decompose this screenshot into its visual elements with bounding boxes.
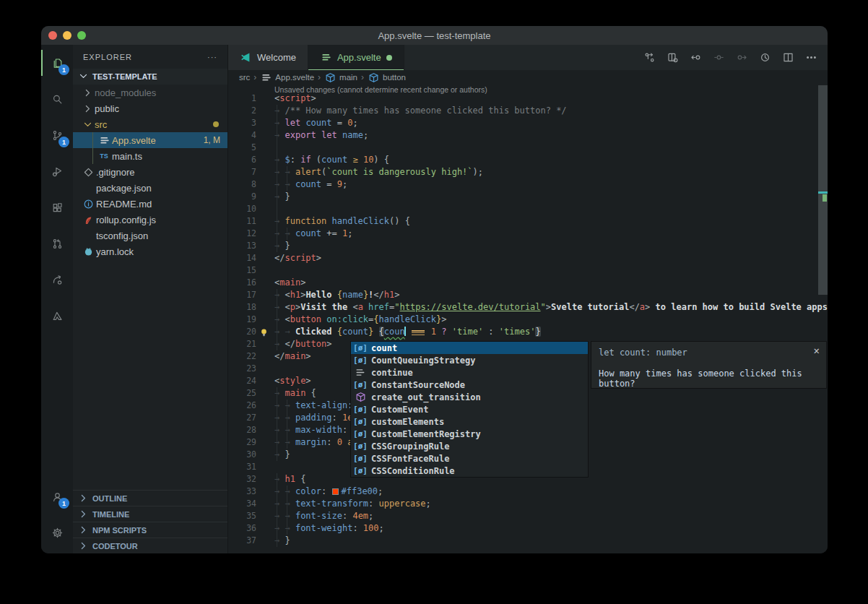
suggestion-cssgroupingrule[interactable]: [ø]CSSGroupingRule: [351, 440, 588, 452]
line-number: 33: [228, 486, 256, 498]
activity-explorer-icon[interactable]: 1: [41, 45, 73, 81]
chevron-down-icon: [82, 118, 94, 131]
timeline-clock-icon[interactable]: [759, 51, 771, 64]
more-actions-icon[interactable]: [805, 51, 817, 64]
sidebar-section-outline[interactable]: OUTLINE: [73, 490, 227, 506]
code-line-34[interactable]: 34→ → text-transform: uppercase;: [228, 498, 818, 510]
minimize-window-button[interactable]: [63, 31, 71, 40]
code-line-36[interactable]: 36→ → font-weight: 100;: [228, 522, 818, 535]
line-number: 31: [228, 461, 256, 473]
breadcrumb-item-app-svelte[interactable]: App.svelte: [260, 72, 314, 84]
code-editor[interactable]: Unsaved changes (cannot determine recent…: [228, 85, 828, 553]
breadcrumb-item-button[interactable]: button: [368, 72, 406, 84]
code-line-33[interactable]: 33→ → color: #ff3e00;: [228, 486, 818, 498]
rollup-icon: [82, 214, 95, 226]
activity-live-share-icon[interactable]: [41, 262, 73, 298]
settings-gear-icon: [51, 527, 64, 539]
file-row-package-json[interactable]: package.json: [73, 180, 227, 196]
code-line-2[interactable]: 2→ /** How many times has someone clicke…: [228, 105, 818, 117]
code-line-11[interactable]: 11→ function handleClick() {: [228, 215, 818, 228]
file-row-src[interactable]: src: [73, 116, 227, 132]
line-number: 13: [228, 240, 256, 252]
gitignore-diamond-icon: [82, 166, 95, 178]
sidebar-more-actions-button[interactable]: ···: [207, 53, 217, 61]
code-line-12[interactable]: 12→ → count += 1;: [228, 228, 818, 240]
file-label: package.json: [96, 183, 152, 194]
suggestion-customelements[interactable]: [ø]customElements: [351, 415, 588, 428]
activity-azure-icon[interactable]: [41, 298, 73, 334]
navigate-forward-icon[interactable]: [736, 51, 748, 64]
suggestion-create_out_transition[interactable]: create_out_transition: [351, 391, 588, 403]
code-line-14[interactable]: 14</script>: [228, 252, 818, 264]
suggestion-count[interactable]: [ø]count: [351, 342, 588, 354]
file-row-readme-md[interactable]: README.md: [73, 196, 227, 212]
tab-app-svelte[interactable]: App.svelte: [308, 45, 404, 70]
open-preview-icon[interactable]: [667, 51, 679, 64]
activity-source-control-icon[interactable]: 1: [41, 117, 73, 153]
line-number: 24: [228, 375, 256, 387]
sidebar-section-codetour[interactable]: CODETOUR: [73, 538, 227, 553]
suggest-docs-description: How many times has someone clicked this …: [599, 368, 819, 389]
activity-github-pr-icon[interactable]: [41, 225, 73, 262]
editor-scrollbar[interactable]: [818, 85, 828, 553]
file-row-app-svelte[interactable]: App.svelte1, M: [73, 132, 227, 148]
code-line-35[interactable]: 35→ → font-size: 4em;: [228, 510, 818, 522]
file-row-yarn-lock[interactable]: yarn.lock: [73, 243, 227, 259]
scrollbar-slider[interactable]: [818, 85, 828, 295]
tab-welcome[interactable]: Welcome: [228, 45, 308, 70]
project-root-row[interactable]: TEST-TEMPLATE: [73, 69, 227, 85]
file-row-public[interactable]: public: [73, 100, 227, 116]
code-line-16[interactable]: 16<main>: [228, 277, 818, 289]
symbol-element-icon: [324, 72, 337, 84]
suggestion-customelementregistry[interactable]: [ø]CustomElementRegistry: [351, 428, 588, 440]
close-window-button[interactable]: [48, 31, 57, 40]
suggestion-countqueuingstrategy[interactable]: [ø]CountQueuingStrategy: [351, 354, 588, 366]
code-line-20[interactable]: 20→ → Clicked {count} {coun === 1 ? 'tim…: [228, 326, 818, 338]
activity-account-icon[interactable]: 1: [41, 478, 73, 514]
file-row-main-ts[interactable]: TSmain.ts: [73, 148, 227, 164]
navigate-position-icon[interactable]: [713, 51, 725, 64]
code-line-6[interactable]: 6→ $: if (count ≥ 10) {: [228, 154, 818, 166]
sidebar-section-npm-scripts[interactable]: NPM SCRIPTS: [73, 522, 227, 538]
code-line-7[interactable]: 7→ → alert(`count is dangerously high!`)…: [228, 166, 818, 178]
breadcrumb-item-main[interactable]: main: [324, 72, 357, 84]
activity-run-debug-icon[interactable]: [41, 153, 73, 189]
file-row-node-modules[interactable]: node_modules: [73, 85, 227, 100]
code-line-19[interactable]: 19→ <button on:click={handleClick}>: [228, 314, 818, 326]
code-line-8[interactable]: 8→ → count = 9;: [228, 178, 818, 191]
code-line-17[interactable]: 17→ <h1>Hello {name}!</h1>: [228, 289, 818, 301]
suggestion-continue[interactable]: continue: [351, 366, 588, 379]
file-row-tsconfig-json[interactable]: tsconfig.json: [73, 228, 227, 243]
activity-search-icon[interactable]: [41, 81, 73, 117]
activity-extensions-icon[interactable]: [41, 189, 73, 225]
line-number: 29: [228, 436, 256, 449]
breadcrumb-item-src[interactable]: src: [239, 73, 250, 82]
suggestion-constantsourcenode[interactable]: [ø]ConstantSourceNode: [351, 379, 588, 391]
code-line-18[interactable]: 18→ <p>Visit the <a href="https://svelte…: [228, 301, 818, 314]
code-line-13[interactable]: 13→ }: [228, 240, 818, 252]
code-line-4[interactable]: 4→ export let name;: [228, 129, 818, 142]
suggestion-customevent[interactable]: [ø]CustomEvent: [351, 403, 588, 415]
split-editor-icon[interactable]: [782, 51, 794, 64]
code-line-1[interactable]: 1<script>: [228, 92, 818, 105]
open-changes-icon[interactable]: [643, 51, 656, 64]
activity-badge: 1: [58, 498, 69, 509]
editor-group: WelcomeApp.svelte src›App.svelte›main›bu…: [228, 45, 828, 553]
activity-settings-gear-icon[interactable]: [41, 514, 73, 551]
suggestion-label: CSSGroupingRule: [371, 441, 449, 452]
suggestion-cssconditionrule[interactable]: [ø]CSSConditionRule: [351, 465, 588, 477]
navigate-back-icon[interactable]: [690, 51, 702, 64]
code-line-37[interactable]: 37→ }: [228, 535, 818, 547]
sidebar-section-timeline[interactable]: TIMELINE: [73, 506, 227, 522]
symbol-value-icon: [ø]: [353, 441, 368, 451]
code-line-9[interactable]: 9→ }: [228, 191, 818, 203]
suggestion-cssfontfacerule[interactable]: [ø]CSSFontFaceRule: [351, 452, 588, 465]
code-line-5[interactable]: 5: [228, 142, 818, 154]
file-row-rollup-config-js[interactable]: rollup.config.js: [73, 212, 227, 228]
zoom-window-button[interactable]: [77, 31, 86, 40]
code-line-3[interactable]: 3→ let count = 0;: [228, 117, 818, 129]
code-line-10[interactable]: 10: [228, 203, 818, 215]
symbol-value-icon: [ø]: [353, 417, 368, 426]
code-line-15[interactable]: 15: [228, 264, 818, 277]
file-row--gitignore[interactable]: .gitignore: [73, 164, 227, 180]
